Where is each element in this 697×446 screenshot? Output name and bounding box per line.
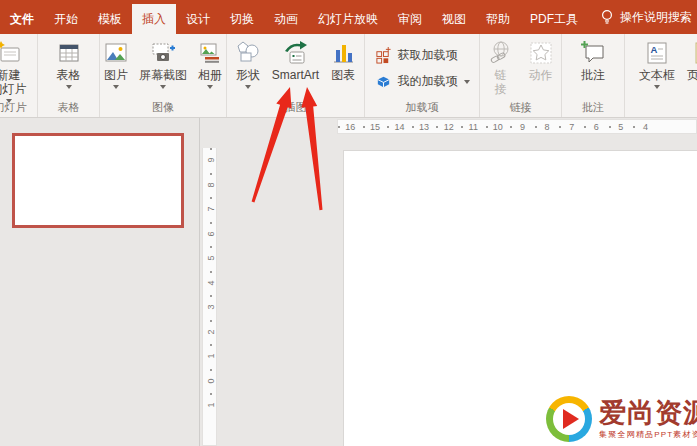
get-addins-label: 获取加载项 xyxy=(398,47,458,64)
vertical-ruler-number: 9 xyxy=(203,148,218,173)
chevron-down-icon xyxy=(6,99,12,103)
tab-transitions[interactable]: 切换 xyxy=(220,4,264,34)
link-label-line2: 接 xyxy=(495,82,507,96)
new-slide-label-line1: 新建 xyxy=(0,68,21,82)
horizontal-ruler-number: 16 xyxy=(338,120,363,133)
horizontal-ruler-number: 12 xyxy=(436,120,461,133)
tab-design[interactable]: 设计 xyxy=(176,4,220,34)
picture-icon xyxy=(103,40,129,66)
vertical-ruler-number: 4 xyxy=(203,271,218,296)
group-label-links: 链接 xyxy=(480,100,561,115)
textbox-label: 文本框 xyxy=(639,68,675,82)
horizontal-ruler-number: 10 xyxy=(486,120,511,133)
new-slide-icon xyxy=(0,40,22,66)
svg-text:A: A xyxy=(651,44,658,55)
tab-animations[interactable]: 动画 xyxy=(264,4,308,34)
tell-me-search[interactable]: 操作说明搜索 xyxy=(600,0,692,34)
smartart-icon xyxy=(283,40,309,66)
ribbon-group-addins: 获取加载项 我的加载项 加载项 xyxy=(365,34,480,117)
tab-insert[interactable]: 插入 xyxy=(132,4,176,34)
picture-button[interactable]: 图片 xyxy=(99,38,133,91)
textbox-button[interactable]: A 文本框 xyxy=(635,38,679,91)
ribbon-group-table: 表格 表格 xyxy=(38,34,100,117)
horizontal-ruler-number: 15 xyxy=(363,120,388,133)
chevron-down-icon xyxy=(245,85,251,89)
comment-label: 批注 xyxy=(581,68,605,82)
shapes-button[interactable]: 形状 xyxy=(231,38,265,91)
tab-review[interactable]: 审阅 xyxy=(388,4,432,34)
chevron-down-icon xyxy=(654,85,660,89)
picture-label: 图片 xyxy=(104,68,128,82)
tab-home[interactable]: 开始 xyxy=(44,4,88,34)
photo-album-label: 相册 xyxy=(198,68,222,82)
chart-button[interactable]: 图表 xyxy=(326,38,360,84)
chevron-down-icon xyxy=(160,85,166,89)
tab-pdf-tools[interactable]: PDF工具 xyxy=(520,4,588,34)
group-label-images: 图像 xyxy=(100,100,226,115)
group-label-comments: 批注 xyxy=(562,100,624,115)
table-button[interactable]: 表格 xyxy=(52,38,86,91)
my-addins-icon xyxy=(375,73,392,90)
group-label-table: 表格 xyxy=(38,100,99,115)
horizontal-ruler-number: 9 xyxy=(510,120,535,133)
shapes-icon xyxy=(235,40,261,66)
watermark-logo: 爱尚资源网 集聚全网精品PPT素材资源的网站 xyxy=(546,396,697,442)
link-label-line1: 链 xyxy=(495,68,507,82)
vertical-ruler-number: 7 xyxy=(203,197,218,222)
ribbon: 新建 幻灯片 幻灯片 表格 表格 xyxy=(0,34,697,118)
vertical-ruler-number: 5 xyxy=(203,246,218,271)
tab-template[interactable]: 模板 xyxy=(88,4,132,34)
header-footer-button[interactable]: 页眉和 xyxy=(683,38,697,84)
tab-view[interactable]: 视图 xyxy=(432,4,476,34)
my-addins-button[interactable]: 我的加载项 xyxy=(375,73,470,90)
group-label-illustrations: 插图 xyxy=(227,100,364,115)
action-label: 动作 xyxy=(529,68,553,82)
action-button: 动作 xyxy=(524,38,558,84)
watermark-tagline: 集聚全网精品PPT素材资源的网站 xyxy=(599,429,697,440)
link-button: 链 接 xyxy=(484,38,518,98)
screenshot-label: 屏幕截图 xyxy=(139,68,187,82)
vertical-ruler-number: 1 xyxy=(203,344,218,369)
textbox-icon: A xyxy=(644,40,670,66)
screenshot-button[interactable]: 屏幕截图 xyxy=(135,38,191,91)
get-addins-button[interactable]: 获取加载项 xyxy=(375,47,470,64)
group-label-addins: 加载项 xyxy=(365,100,479,115)
play-triangle-icon xyxy=(563,409,579,429)
horizontal-ruler-number: 14 xyxy=(387,120,412,133)
table-icon xyxy=(56,40,82,66)
tell-me-search-label: 操作说明搜索 xyxy=(620,9,692,26)
store-icon xyxy=(375,47,392,64)
tab-help[interactable]: 帮助 xyxy=(476,4,520,34)
chevron-down-icon xyxy=(113,85,119,89)
horizontal-ruler-number: 6 xyxy=(584,120,609,133)
horizontal-ruler: 16151413121110987654 xyxy=(337,119,697,134)
tab-slideshow[interactable]: 幻灯片放映 xyxy=(308,4,388,34)
smartart-button[interactable]: SmartArt xyxy=(268,38,323,84)
photo-album-button[interactable]: 相册 xyxy=(193,38,227,91)
photo-album-icon xyxy=(197,40,223,66)
powerpoint-window: 文件 开始 模板 插入 设计 切换 动画 幻灯片放映 审阅 视图 帮助 PDF工… xyxy=(0,0,697,446)
horizontal-ruler-number: 8 xyxy=(535,120,560,133)
ribbon-group-comments: 批注 批注 xyxy=(562,34,625,117)
chart-icon xyxy=(330,40,356,66)
smartart-label: SmartArt xyxy=(272,68,319,82)
chevron-down-icon xyxy=(464,80,470,84)
comment-button[interactable]: 批注 xyxy=(576,38,610,84)
ribbon-group-images: 图片 屏幕截图 xyxy=(100,34,227,117)
ribbon-group-slides: 新建 幻灯片 幻灯片 xyxy=(0,34,38,117)
ribbon-tab-bar: 文件 开始 模板 插入 设计 切换 动画 幻灯片放映 审阅 视图 帮助 PDF工… xyxy=(0,0,697,34)
comment-icon xyxy=(580,40,606,66)
vertical-ruler-number: 3 xyxy=(203,295,218,320)
ribbon-group-illustrations: 形状 SmartArt xyxy=(227,34,365,117)
ribbon-group-text: A 文本框 页眉和 xyxy=(625,34,697,117)
horizontal-ruler-number: 13 xyxy=(412,120,437,133)
slide-thumbnail-1[interactable] xyxy=(12,133,184,228)
play-button-logo-icon xyxy=(546,396,592,442)
new-slide-label-line2: 幻灯片 xyxy=(0,82,27,96)
tab-file[interactable]: 文件 xyxy=(0,4,44,34)
vertical-ruler-number: 0 xyxy=(203,369,218,394)
ribbon-group-links: 链 接 动作 链接 xyxy=(480,34,562,117)
slide-thumbnail-panel xyxy=(0,118,200,446)
new-slide-button[interactable]: 新建 幻灯片 xyxy=(0,38,31,105)
horizontal-ruler-number: 5 xyxy=(609,120,634,133)
